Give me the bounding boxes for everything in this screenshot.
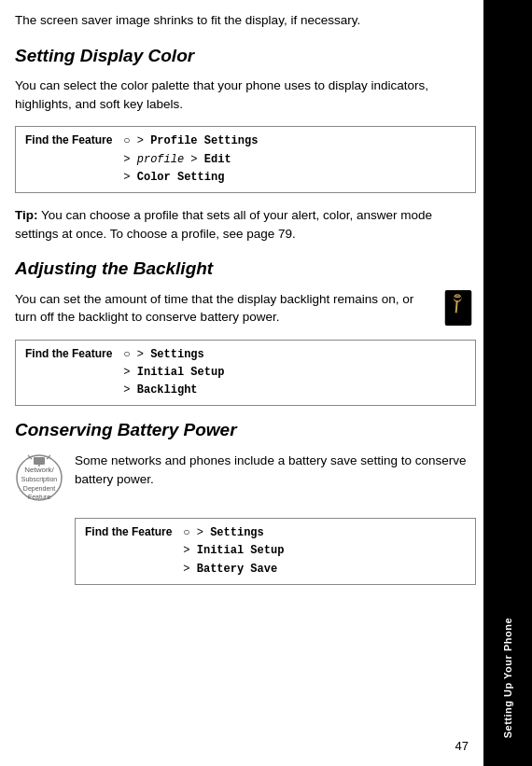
page-number: 47 <box>455 739 469 753</box>
section3-title: Conserving Battery Power <box>15 419 476 442</box>
find-feature-label-2: Find the Feature <box>25 346 112 360</box>
svg-rect-11 <box>34 457 45 465</box>
svg-text:Subscription: Subscription <box>21 476 58 483</box>
section1-body: You can select the color palette that yo… <box>15 77 476 113</box>
network-subscription-icon: Network/ Subscription Dependent Feature <box>15 453 63 502</box>
find-feature-line-1-1: ○ > Profile Settings <box>123 132 258 150</box>
find-feature-line-1-2: > profile > Edit <box>123 151 258 169</box>
intro-text: The screen saver image shrinks to fit th… <box>15 11 476 30</box>
find-feature-label-3: Find the Feature <box>85 524 172 538</box>
find-feature-box-2: Find the Feature ○ > Settings > Initial … <box>15 340 476 407</box>
find-feature-line-3-1: ○ > Settings <box>183 524 284 542</box>
find-feature-content-1: ○ > Profile Settings > profile > Edit > … <box>123 132 258 187</box>
find-feature-content-2: ○ > Settings > Initial Setup > Backlight <box>123 346 224 400</box>
find-feature-line-2-2: > Initial Setup <box>123 364 224 382</box>
network-text: Some networks and phones include a batte… <box>75 452 476 488</box>
find-feature-label-1: Find the Feature <box>25 132 112 146</box>
svg-text:Network/: Network/ <box>24 466 54 474</box>
svg-text:Dependent: Dependent <box>23 485 55 493</box>
svg-text:Feature: Feature <box>28 494 50 500</box>
wrench-icon <box>441 290 476 326</box>
find-feature-box-1: Find the Feature ○ > Profile Settings > … <box>15 126 476 193</box>
section2-title: Adjusting the Backlight <box>15 258 476 281</box>
find-feature-line-2-3: > Backlight <box>123 382 224 399</box>
section1-title: Setting Display Color <box>15 45 476 68</box>
sidebar-label: Setting Up Your Phone <box>502 618 513 738</box>
main-content: The screen saver image shrinks to fit th… <box>0 0 532 766</box>
find-feature-box-3: Find the Feature ○ > Settings > Initial … <box>75 518 476 585</box>
network-icon: Network/ Subscription Dependent Feature <box>15 453 63 505</box>
find-feature-line-3-2: > Initial Setup <box>183 542 284 560</box>
find-feature-line-1-3: > Color Setting <box>123 169 258 187</box>
tip-text: Tip: You can choose a profile that sets … <box>15 206 476 243</box>
find-feature-line-3-3: > Battery Save <box>183 561 284 578</box>
page-container: The screen saver image shrinks to fit th… <box>0 0 532 766</box>
section2-body: You can set the amount of time that the … <box>15 290 476 327</box>
network-feature-row: Network/ Subscription Dependent Feature … <box>15 452 476 505</box>
svg-rect-5 <box>455 296 459 298</box>
sidebar: Setting Up Your Phone <box>483 0 532 766</box>
svg-rect-0 <box>445 290 472 326</box>
find-feature-line-2-1: ○ > Settings <box>123 346 224 364</box>
find-feature-content-3: ○ > Settings > Initial Setup > Battery S… <box>183 524 284 578</box>
